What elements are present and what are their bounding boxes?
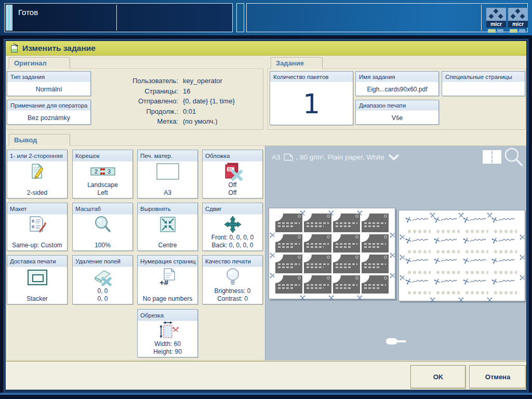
bulb-icon — [203, 268, 262, 286]
tile-label: Доставка печати — [7, 256, 67, 267]
card-front-thumb — [275, 214, 302, 232]
dialog-title: Изменить задание — [22, 41, 96, 56]
card-front-thumb — [333, 214, 360, 232]
tile-delivery[interactable]: Доставка печатиStacker — [7, 255, 68, 304]
tile-shift[interactable]: СдвигFront: 0, 0, 0, 0Back: 0, 0, 0, 0 — [202, 203, 263, 251]
tile-value: Landscape — [73, 181, 132, 189]
margin-erase-icon — [73, 268, 132, 286]
preview-front-sheet[interactable] — [269, 208, 395, 299]
tile-layout[interactable]: МакетBBSame-up: Custom — [7, 203, 68, 251]
card-back-thumb — [405, 277, 432, 296]
magnifier-glass-icon — [503, 147, 523, 167]
card-back-thumb — [463, 277, 490, 296]
card-back-thumb — [434, 236, 461, 255]
info-row: Метка:(по умолч.) — [78, 117, 261, 128]
tile-align[interactable]: ВыровнятьCentre — [137, 203, 198, 251]
tile-value: Same-up: Custom — [7, 242, 67, 249]
tile-scale[interactable]: Масштаб100% — [72, 203, 133, 251]
tile-trim[interactable]: ОбрезкаWidth: 60Height: 90 — [137, 309, 198, 357]
card-back-thumb — [491, 236, 518, 255]
crop-mark — [458, 211, 464, 220]
dialog-titlebar: Изменить задание — [6, 41, 526, 56]
copies-button[interactable]: Количество пакетов 1 — [270, 71, 353, 125]
crop-mark — [328, 294, 334, 303]
svg-text:B: B — [32, 224, 34, 229]
special-pages-button[interactable]: Специальные страницы — [442, 71, 525, 96]
crop-mark — [390, 231, 395, 240]
card-front-thumb — [304, 255, 331, 273]
card-front-thumb — [275, 234, 302, 253]
info-value: 16 — [183, 87, 190, 98]
chevron-down-icon — [388, 154, 400, 161]
crop-mark — [520, 233, 525, 242]
media-selector[interactable]: A3 , 80 g/m², Plain paper, White — [272, 151, 403, 163]
tile-margin-erase[interactable]: Удаление полей0, 00, 0 — [72, 255, 133, 304]
card-back-thumb — [491, 277, 518, 296]
tile-value: No page numbers — [138, 295, 197, 303]
card-back-thumb — [405, 216, 432, 234]
info-label: Метка: — [78, 117, 178, 128]
crop-mark — [520, 253, 525, 262]
micr-indicator: micr — [508, 8, 528, 33]
status-spacer-box — [236, 3, 244, 32]
tile-binding[interactable]: Корешок23LandscapeLeft — [72, 150, 133, 198]
crop-mark — [400, 273, 405, 283]
tile-cover[interactable]: ОбложкаOffOff — [202, 150, 263, 198]
crop-mark — [487, 211, 493, 220]
tile-label: 1- или 2-сторонняя — [7, 150, 67, 162]
align-icon — [138, 216, 197, 233]
card-back-thumb — [434, 257, 461, 275]
info-value: {0, date} {1, time} — [183, 97, 235, 108]
spread-view-icon[interactable] — [483, 150, 501, 164]
media-name: A3 — [272, 153, 281, 161]
tab-output: Вывод — [9, 134, 70, 146]
job-info-list: Пользователь:key_operatorСтраницы:16Отпр… — [78, 77, 261, 128]
trim-icon — [138, 322, 197, 339]
edit-job-icon — [10, 43, 19, 55]
tile-value: 0, 0 — [73, 287, 132, 295]
tile-label: Корешок — [73, 150, 132, 162]
card-back-thumb — [434, 277, 461, 296]
printer-status-text: Готов — [18, 8, 38, 17]
preview-back-sheet[interactable] — [398, 210, 525, 301]
card-back-thumb — [491, 257, 518, 275]
card-front-thumb — [362, 214, 389, 232]
crop-mark — [400, 233, 405, 242]
card-front-thumb — [275, 275, 302, 294]
tile-page-numbers[interactable]: Нумерация страниц+#No page numbers — [137, 255, 198, 304]
cancel-button[interactable]: Отмена — [469, 365, 526, 389]
crop-mark — [430, 211, 435, 220]
info-row: Страницы:16 — [78, 87, 261, 98]
print-range-button[interactable]: Диапазон печати Vše — [355, 100, 439, 125]
tile-value: 2-sided — [7, 189, 67, 197]
info-label: Продолж.: — [78, 108, 178, 118]
edit-job-dialog: Изменить задание Оригинал Тип задания No… — [4, 39, 528, 393]
job-name-button[interactable]: Имя задания Eigh...cards90x60.pdf — [355, 71, 439, 96]
crop-mark — [270, 231, 275, 240]
tile-sides[interactable]: 1- или 2-сторонняя2-sided — [7, 150, 68, 198]
card-back-thumb — [491, 216, 518, 234]
layout-icon: BB — [7, 216, 67, 233]
tile-media[interactable]: Печ. матер.A3 — [137, 150, 198, 198]
svg-text:+#: +# — [159, 278, 169, 287]
status-box: Готов — [4, 3, 233, 32]
tile-label: Обложка — [203, 150, 262, 162]
ok-button[interactable]: OK — [410, 365, 466, 389]
tab-job: Задание — [271, 57, 323, 69]
status-box-divider — [116, 5, 117, 31]
card-back-thumb — [434, 216, 461, 234]
crop-mark — [400, 253, 405, 262]
svg-text:3: 3 — [108, 168, 111, 175]
copies-value: 1 — [270, 83, 353, 125]
zoom-preview-button[interactable] — [503, 147, 523, 167]
tile-print-quality[interactable]: Качество печатиBrightness: 0Contrast: 0 — [202, 255, 263, 304]
card-back-thumb — [405, 257, 432, 275]
card-back-thumb — [463, 236, 490, 255]
info-label: Отправлено: — [78, 97, 178, 108]
card-front-thumb — [333, 275, 360, 294]
tile-label: Обрезка — [138, 310, 197, 321]
tile-value: Contrast: 0 — [203, 295, 262, 303]
micr-label: micr — [508, 21, 528, 28]
stacker-icon — [7, 268, 67, 286]
tile-value: Back: 0, 0, 0, 0 — [203, 242, 262, 249]
